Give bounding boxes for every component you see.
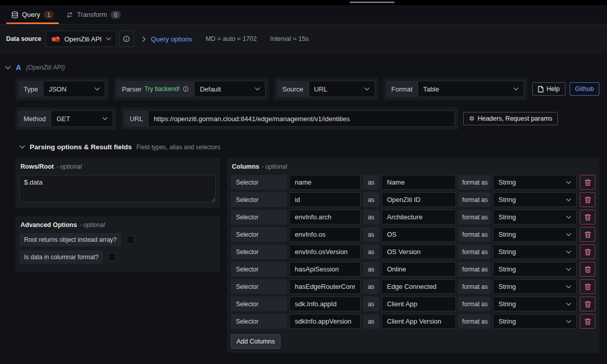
format-field-group: Format Table <box>383 78 527 100</box>
source-select[interactable]: URL <box>309 81 375 97</box>
column-as-label: as <box>363 297 379 311</box>
query-options-link[interactable]: Query options <box>151 35 192 43</box>
column-alias-input[interactable] <box>381 227 456 242</box>
column-selector-label: Selector <box>231 244 287 259</box>
column-format-label: format as <box>458 175 491 190</box>
format-value: Table <box>423 85 439 93</box>
column-selector-label: Selector <box>231 210 287 224</box>
github-button[interactable]: Github <box>570 82 600 96</box>
document-icon <box>538 86 544 93</box>
window-top-strip <box>0 0 607 5</box>
tab-query-label: Query <box>22 11 40 18</box>
column-format-select[interactable]: String <box>493 297 577 311</box>
format-select[interactable]: Table <box>418 81 524 97</box>
parser-field-group: Parser Try backend! Default <box>114 78 269 100</box>
root-returns-object-checkbox[interactable] <box>126 236 135 244</box>
column-selector-input[interactable] <box>289 279 361 294</box>
trash-icon <box>584 283 591 290</box>
column-selector-input[interactable] <box>289 175 361 190</box>
query-ref-id[interactable]: A <box>16 63 21 72</box>
help-button[interactable]: Help <box>532 82 566 96</box>
column-selector-label: Selector <box>231 227 287 242</box>
column-format-value: String <box>498 178 516 186</box>
column-selector-input[interactable] <box>289 192 361 207</box>
rows-root-title: Rows/Root <box>20 163 54 170</box>
tab-transform[interactable]: Transform 0 <box>60 5 127 24</box>
column-format-select[interactable]: String <box>493 175 577 190</box>
columnar-format-label: Is data in columnar format? <box>19 251 103 264</box>
column-row: Selector as format as String <box>231 314 595 329</box>
url-input[interactable] <box>148 110 455 127</box>
headers-params-button[interactable]: ⚙ Headers, Request params <box>463 112 558 125</box>
column-format-select[interactable]: String <box>493 210 577 224</box>
column-format-select[interactable]: String <box>493 279 577 294</box>
column-alias-input[interactable] <box>381 175 456 190</box>
column-format-value: String <box>498 265 516 273</box>
query-count-badge: 1 <box>44 11 54 19</box>
column-format-label: format as <box>458 262 491 277</box>
column-format-value: String <box>498 196 516 203</box>
column-format-select[interactable]: String <box>493 314 577 329</box>
column-alias-input[interactable] <box>381 244 456 259</box>
url-field-group: URL <box>121 107 458 130</box>
delete-column-button[interactable] <box>580 227 595 242</box>
delete-column-button[interactable] <box>580 175 595 190</box>
delete-column-button[interactable] <box>580 210 595 224</box>
datasource-picker[interactable]: OpenZiti API <box>46 31 117 47</box>
column-alias-input[interactable] <box>381 279 456 294</box>
column-selector-input[interactable] <box>289 244 361 259</box>
method-select[interactable]: GET <box>51 110 113 127</box>
delete-column-button[interactable] <box>580 244 595 259</box>
rows-root-optional: - optional <box>56 163 81 170</box>
column-alias-input[interactable] <box>381 297 456 311</box>
source-value: URL <box>314 85 328 93</box>
column-alias-input[interactable] <box>381 262 456 277</box>
info-circle-icon <box>183 86 189 92</box>
column-format-select[interactable]: String <box>493 244 577 259</box>
help-circle-icon <box>123 35 130 42</box>
gear-icon: ⚙ <box>469 115 474 122</box>
column-format-select[interactable]: String <box>493 192 577 207</box>
add-columns-button[interactable]: Add Columns <box>231 334 280 349</box>
delete-column-button[interactable] <box>580 262 595 277</box>
trash-icon <box>584 196 591 203</box>
delete-column-button[interactable] <box>580 297 595 311</box>
datasource-docs-button[interactable] <box>119 31 134 47</box>
type-label: Type <box>18 81 43 97</box>
column-alias-input[interactable] <box>381 314 456 329</box>
columnar-format-checkbox[interactable] <box>108 253 116 261</box>
type-select[interactable]: JSON <box>43 81 105 97</box>
parsing-section-toggle[interactable]: Parsing options & Result fields Field ty… <box>19 143 596 151</box>
advanced-options-panel: Advanced Options - optional Root returns… <box>15 216 220 272</box>
column-selector-input[interactable] <box>289 297 361 311</box>
query-row-header[interactable]: A (OpenZiti API) <box>5 63 607 72</box>
method-field-group: Method GET <box>15 107 116 130</box>
source-label: Source <box>277 81 308 97</box>
parser-select[interactable]: Default <box>194 81 266 97</box>
column-selector-input[interactable] <box>289 227 361 242</box>
column-row: Selector as format as String <box>231 279 595 294</box>
url-label: URL <box>124 110 148 127</box>
column-alias-input[interactable] <box>381 210 456 224</box>
column-selector-input[interactable] <box>289 314 361 329</box>
column-as-label: as <box>363 244 379 259</box>
advanced-option-row: Root returns object instead array? <box>19 233 216 246</box>
delete-column-button[interactable] <box>580 192 595 207</box>
rows-root-panel: Rows/Root - optional $.data <box>15 158 220 208</box>
delete-column-button[interactable] <box>580 279 595 294</box>
column-selector-input[interactable] <box>289 262 361 277</box>
column-format-select[interactable]: String <box>493 262 577 277</box>
column-row: Selector as format as String <box>231 227 595 242</box>
rows-root-input[interactable]: $.data <box>19 175 216 202</box>
query-datasource-hint: (OpenZiti API) <box>26 64 65 71</box>
column-format-select[interactable]: String <box>493 227 577 242</box>
column-format-value: String <box>498 317 516 325</box>
column-selector-input[interactable] <box>289 210 361 224</box>
panel-resize-handle[interactable] <box>350 2 395 3</box>
delete-column-button[interactable] <box>580 314 595 329</box>
trash-icon <box>584 318 591 325</box>
column-selector-label: Selector <box>231 262 287 277</box>
tab-query[interactable]: Query 1 <box>5 5 60 24</box>
column-alias-input[interactable] <box>381 192 456 207</box>
transform-count-badge: 0 <box>111 11 121 19</box>
